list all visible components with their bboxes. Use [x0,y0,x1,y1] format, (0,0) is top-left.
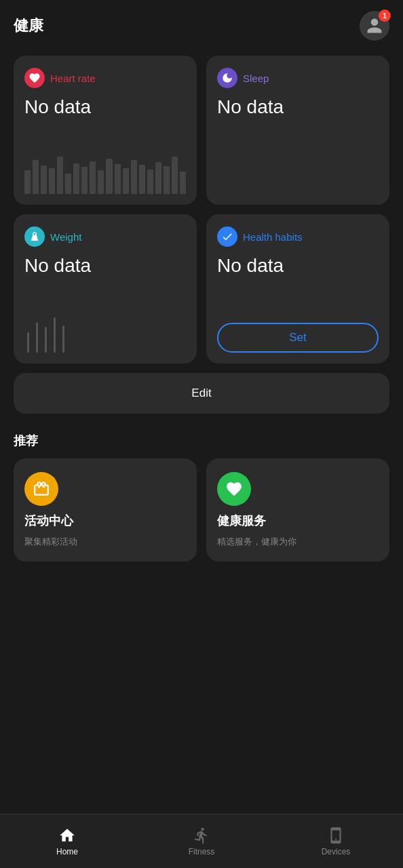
bar [27,332,29,353]
health-service-subtitle: 精选服务，健康为你 [217,536,379,548]
bar [172,157,178,194]
bar [90,161,96,194]
nav-devices[interactable]: Devices [269,827,403,856]
habits-icon [217,226,237,247]
bar [180,172,186,194]
recommendations-grid: 活动中心 聚集精彩活动 健康服务 精选服务，健康为你 [14,458,389,561]
bar [115,164,121,194]
health-habits-card[interactable]: Health habits No data Set [206,214,389,363]
health-habits-value: No data [217,255,379,277]
home-icon [58,827,76,844]
profile-button[interactable]: 1 [360,11,389,41]
activity-center-card[interactable]: 活动中心 聚集精彩活动 [14,458,197,561]
bar [62,326,64,353]
health-habits-label: Health habits [243,231,303,243]
heart-rate-label: Heart rate [50,73,96,84]
nav-fitness-label: Fitness [189,847,215,856]
bar [131,160,137,194]
sleep-chart [217,123,379,194]
bar [123,168,129,194]
health-service-icon [217,472,251,506]
notification-badge: 1 [379,9,391,22]
bar [24,170,31,194]
activity-title: 活动中心 [24,513,186,529]
heart-rate-value: No data [24,96,186,118]
bar [73,163,79,194]
nav-home[interactable]: Home [0,827,134,856]
set-button[interactable]: Set [217,323,379,353]
sleep-label: Sleep [243,73,269,84]
weight-header: Weight [24,226,186,247]
weight-value: No data [24,255,186,277]
heart-rate-chart [24,123,186,194]
app-header: 健康 1 [0,0,403,49]
health-card-grid: Heart rate No data [14,56,389,363]
sleep-card[interactable]: Sleep No data [206,56,389,205]
bar [65,174,71,194]
weight-card[interactable]: Weight No data [14,214,197,363]
main-content: Heart rate No data [0,49,403,616]
health-habits-header: Health habits [217,226,379,247]
health-service-title: 健康服务 [217,513,379,529]
sleep-icon [217,68,237,88]
nav-fitness[interactable]: Fitness [134,827,269,856]
heart-rate-header: Heart rate [24,68,186,88]
bar [41,165,47,194]
weight-icon [24,226,45,247]
edit-button[interactable]: Edit [14,373,389,414]
bar [139,165,145,194]
bar [164,166,170,194]
sleep-header: Sleep [217,68,379,88]
habits-chart [217,282,379,323]
bar [147,170,153,194]
nav-home-label: Home [56,847,78,856]
bar [98,170,104,194]
heart-icon [24,68,45,88]
recommendations-title: 推荐 [14,433,389,449]
weight-chart [24,282,186,353]
bar [45,327,47,353]
sleep-value: No data [217,96,379,118]
heart-bars [24,153,186,194]
bar [81,167,88,194]
activity-icon [24,472,58,506]
health-service-card[interactable]: 健康服务 精选服务，健康为你 [206,458,389,561]
activity-subtitle: 聚集精彩活动 [24,536,186,548]
bar [155,162,161,194]
weight-bars [24,312,186,353]
bar [54,317,56,353]
bar [33,160,39,194]
heart-rate-card[interactable]: Heart rate No data [14,56,197,205]
fitness-icon [193,827,210,844]
bar [36,322,38,353]
bar [106,159,112,194]
nav-devices-label: Devices [322,847,351,856]
devices-icon [327,827,345,844]
bar [57,157,63,194]
weight-label: Weight [50,231,81,243]
bar [49,168,55,194]
app-title: 健康 [14,16,43,36]
bottom-navigation: Home Fitness Devices [0,814,403,868]
